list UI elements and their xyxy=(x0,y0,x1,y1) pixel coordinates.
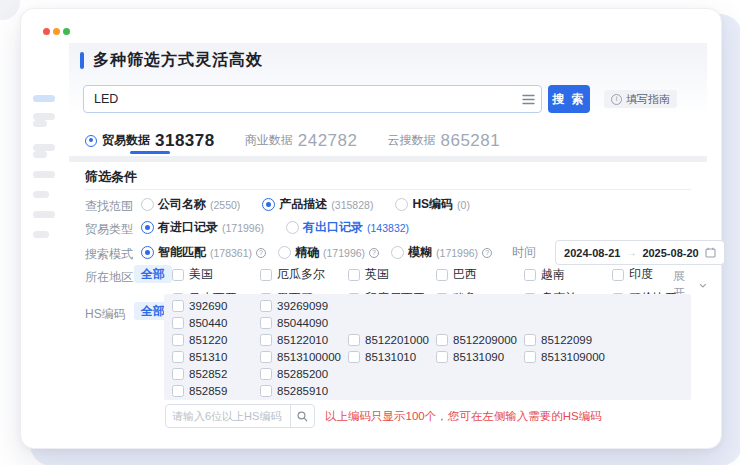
tab-count: 865281 xyxy=(440,131,500,151)
radio-option-count: (143832) xyxy=(367,222,409,234)
checkbox-icon xyxy=(260,317,272,329)
tab-贸易数据[interactable]: 贸易数据318378 xyxy=(85,127,215,154)
active-tab-underline xyxy=(130,151,170,154)
checkbox-label: 英国 xyxy=(365,266,389,283)
checkbox-icon xyxy=(172,351,184,363)
radio-option[interactable]: 智能匹配(178361)? xyxy=(141,244,266,261)
checkbox-icon xyxy=(612,269,624,281)
hs-checkbox-39269099[interactable]: 39269099 xyxy=(260,300,348,312)
checkbox-icon xyxy=(260,351,272,363)
radio-icon xyxy=(286,221,299,234)
hs-code-label: 85131090 xyxy=(453,351,504,363)
filter-list-icon[interactable] xyxy=(515,94,541,105)
region-checkbox-厄瓜多尔[interactable]: 厄瓜多尔 xyxy=(260,267,348,282)
traffic-light-close[interactable] xyxy=(43,28,50,35)
hs-checkbox-85131090[interactable]: 85131090 xyxy=(436,351,524,363)
tab-count: 318378 xyxy=(155,131,215,151)
radio-option[interactable]: 公司名称(2550) xyxy=(141,196,240,213)
radio-option-count: (2550) xyxy=(210,199,240,211)
radio-option-count: (315828) xyxy=(331,199,373,211)
sidebar-skeleton-item xyxy=(33,144,55,151)
hs-code-row: 39269039269099 xyxy=(172,297,691,314)
checkbox-label: 美国 xyxy=(189,266,213,283)
hs-checkbox-85122010[interactable]: 85122010 xyxy=(260,334,348,346)
calendar-icon xyxy=(705,247,716,258)
hs-checkbox-85285910[interactable]: 85285910 xyxy=(260,385,348,397)
radio-option[interactable]: 有出口记录(143832) xyxy=(286,219,409,236)
region-all-chip[interactable]: 全部 xyxy=(134,265,172,283)
radio-option-count: (171996) xyxy=(323,247,365,259)
hs-code-input[interactable] xyxy=(166,410,290,422)
hs-input-wrapper xyxy=(165,404,315,428)
search-input-wrapper xyxy=(83,85,542,113)
title-accent-bar xyxy=(80,52,84,69)
tab-count: 242782 xyxy=(298,131,358,151)
hs-checkbox-8512201000[interactable]: 8512201000 xyxy=(348,334,436,346)
hs-checkbox-852859[interactable]: 852859 xyxy=(172,385,260,397)
radio-icon xyxy=(395,198,408,211)
app-window: 多种筛选方式灵活高效 搜 索 xyxy=(20,8,722,449)
hs-checkbox-85044090[interactable]: 85044090 xyxy=(260,317,348,329)
sidebar-skeleton-item xyxy=(33,151,47,158)
checkbox-icon xyxy=(436,269,448,281)
hs-checkbox-85285200[interactable]: 85285200 xyxy=(260,368,348,380)
hs-checkbox-8513109000[interactable]: 8513109000 xyxy=(524,351,612,363)
hs-search-button[interactable] xyxy=(290,404,314,428)
hs-checkbox-85122099[interactable]: 85122099 xyxy=(524,334,612,346)
hs-checkbox-851220[interactable]: 851220 xyxy=(172,334,260,346)
checkbox-icon xyxy=(172,317,184,329)
sidebar-skeleton-item xyxy=(33,231,49,238)
region-checkbox-巴西[interactable]: 巴西 xyxy=(436,267,524,282)
radio-option-label: 有进口记录 xyxy=(158,219,218,236)
search-button[interactable]: 搜 索 xyxy=(548,85,590,113)
filter-row-label: 查找范围 xyxy=(85,198,133,215)
date-range-picker[interactable]: 2024-08-21→2025-08-20 xyxy=(555,240,725,265)
search-icon xyxy=(297,411,308,422)
info-icon[interactable]: ? xyxy=(256,248,266,258)
region-checkbox-美国[interactable]: 美国 xyxy=(172,267,260,282)
tab-label: 云搜数据 xyxy=(387,132,435,149)
search-input[interactable] xyxy=(84,92,515,106)
hs-code-row: 8512208512201085122010008512209000851220… xyxy=(172,331,691,348)
guide-link[interactable]: i 填写指南 xyxy=(604,90,677,108)
filter-section-heading: 筛选条件 xyxy=(85,168,137,186)
sidebar-skeleton-item xyxy=(33,191,49,198)
info-icon[interactable]: ? xyxy=(369,248,379,258)
checkbox-icon xyxy=(436,351,448,363)
traffic-light-minimize[interactable] xyxy=(53,28,60,35)
radio-option[interactable]: 有进口记录(171996) xyxy=(141,219,264,236)
heading-divider xyxy=(85,189,691,190)
checkbox-icon xyxy=(172,269,184,281)
hs-checkbox-8512209000[interactable]: 8512209000 xyxy=(436,334,524,346)
hs-checkbox-85131010[interactable]: 85131010 xyxy=(348,351,436,363)
page-title-row: 多种筛选方式灵活高效 xyxy=(80,50,263,71)
tab-云搜数据[interactable]: 云搜数据865281 xyxy=(387,127,500,154)
radio-option-label: 有出口记录 xyxy=(303,219,363,236)
tab-商业数据[interactable]: 商业数据242782 xyxy=(245,127,358,154)
hs-checkbox-850440[interactable]: 850440 xyxy=(172,317,260,329)
sidebar-skeleton-item xyxy=(33,211,55,218)
hs-code-row: 85285285285200 xyxy=(172,365,691,382)
hs-checkbox-392690[interactable]: 392690 xyxy=(172,300,260,312)
hs-checkbox-851310[interactable]: 851310 xyxy=(172,351,260,363)
region-checkbox-越南[interactable]: 越南 xyxy=(524,267,612,282)
radio-option-count: (0) xyxy=(457,199,470,211)
radio-option[interactable]: 产品描述(315828) xyxy=(262,196,373,213)
sidebar-skeleton-item xyxy=(33,95,55,102)
guide-label: 填写指南 xyxy=(626,92,670,107)
radio-option[interactable]: 模糊(171996)? xyxy=(391,244,492,261)
info-icon[interactable]: ? xyxy=(482,248,492,258)
hs-checkbox-8513100000[interactable]: 8513100000 xyxy=(260,351,348,363)
hs-checkbox-852852[interactable]: 852852 xyxy=(172,368,260,380)
radio-option-count: (171996) xyxy=(436,247,478,259)
tab-label: 贸易数据 xyxy=(102,132,150,149)
hs-code-label: 85285200 xyxy=(277,368,328,380)
target-icon xyxy=(85,135,97,147)
traffic-light-zoom[interactable] xyxy=(63,28,70,35)
radio-option[interactable]: HS编码(0) xyxy=(395,196,470,213)
radio-option[interactable]: 精确(171996)? xyxy=(278,244,379,261)
time-label: 时间 xyxy=(512,244,536,261)
filter-row-label: 贸易类型 xyxy=(85,221,133,238)
region-checkbox-英国[interactable]: 英国 xyxy=(348,267,436,282)
main-content: 多种筛选方式灵活高效 搜 索 xyxy=(69,43,707,443)
